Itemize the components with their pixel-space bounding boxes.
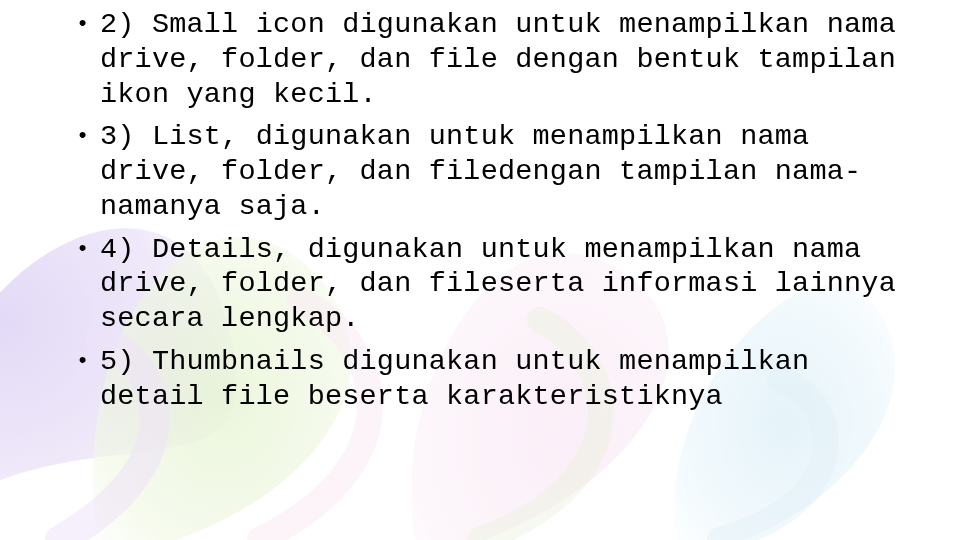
list-item: 3) List, digunakan untuk menampilkan nam… (76, 120, 920, 224)
list-item: 5) Thumbnails digunakan untuk menampilka… (76, 345, 920, 415)
bullet-list: 2) Small icon digunakan untuk menampilka… (76, 8, 920, 414)
list-item: 2) Small icon digunakan untuk menampilka… (76, 8, 920, 112)
list-item: 4) Details, digunakan untuk menampilkan … (76, 233, 920, 337)
slide-content: 2) Small icon digunakan untuk menampilka… (0, 0, 960, 414)
